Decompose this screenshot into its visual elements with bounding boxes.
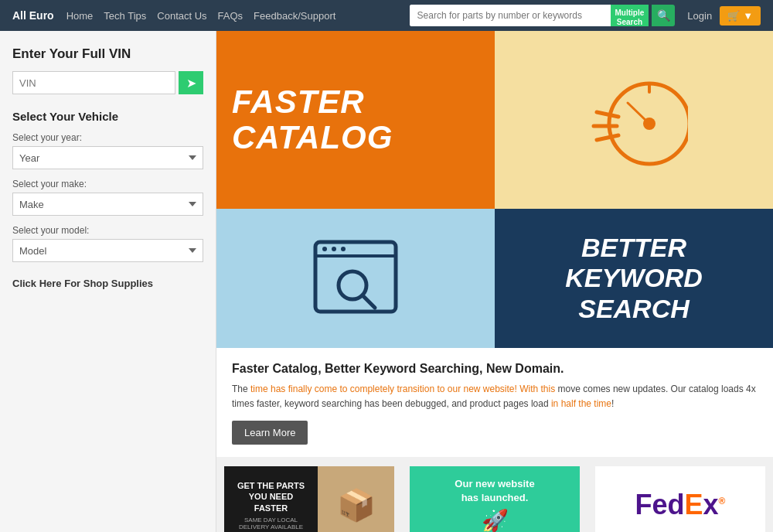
svg-point-9 [322,247,327,251]
fedex-d: E [685,489,703,520]
nav-feedback[interactable]: Feedback/Support [254,10,335,22]
main-content: FASTER CATALOG [216,31,773,532]
hero-bottom-grid: BETTERKEYWORDSEARCH [216,209,773,348]
fedex-fe: Fed [635,489,685,520]
cart-icon: 🛒 [727,10,740,22]
vin-submit-button[interactable]: ➤ [179,71,203,94]
cards-section: GET THE PARTSYOU NEED FASTER SAME DAY LO… [216,457,773,532]
svg-line-2 [597,112,618,117]
cart-button[interactable]: 🛒 ▼ [720,6,761,26]
make-select[interactable]: Make [12,193,203,216]
svg-point-10 [332,247,336,251]
search-input[interactable] [410,5,611,26]
main-layout: Enter Your Full VIN ➤ Select Your Vehicl… [0,31,773,532]
delivery-sub-text: SAME DAY LOCAL DELIVERY AVAILABLE [232,517,310,530]
multiple-search-button[interactable]: MultipleSearch [611,5,649,26]
card-delivery: GET THE PARTSYOU NEED FASTER SAME DAY LO… [224,466,394,532]
hero-darkblue-panel: BETTERKEYWORDSEARCH [495,209,773,348]
info-section: Faster Catalog, Better Keyword Searching… [216,348,773,457]
vin-input[interactable] [12,71,175,94]
info-highlight-2: this [541,384,558,394]
make-label: Select your make: [12,179,203,189]
search-button[interactable]: 🔍 [652,5,675,26]
login-link[interactable]: Login [687,10,712,22]
info-body: The time has finally come to completely … [232,382,758,411]
box-icon: 📦 [337,487,376,523]
card-launch: Our new websitehas launched. 🚀 New Websi… [410,466,580,532]
nav-tech-tips[interactable]: Tech Tips [104,10,146,22]
hero-beige-panel [495,31,773,209]
delivery-left-panel: GET THE PARTSYOU NEED FASTER SAME DAY LO… [224,466,318,532]
speedometer-icon [580,66,688,174]
fedex-ex: x [703,489,719,520]
nav-home[interactable]: Home [66,10,94,22]
fedex-registered: ® [719,496,726,506]
nav-contact-us[interactable]: Contact Us [157,10,206,22]
card-launch-image: Our new websitehas launched. 🚀 [410,466,580,532]
vehicle-heading: Select Your Vehicle [12,110,203,123]
delivery-main-text: GET THE PARTSYOU NEED FASTER [232,480,310,513]
browser-search-icon [309,236,402,321]
main-nav: Home Tech Tips Contact Us FAQs Feedback/… [66,10,397,22]
hero-faster-catalog-text: FASTER CATALOG [232,84,479,155]
nav-faqs[interactable]: FAQs [218,10,243,22]
info-title: Faster Catalog, Better Keyword Searching… [232,362,758,376]
svg-line-5 [628,103,649,124]
hero-keyword-search-text: BETTERKEYWORDSEARCH [565,233,703,323]
site-logo: All Euro [12,9,54,22]
card-fedex: FedEx® We Now Ship FedEx Ground... [595,466,765,532]
info-highlight-1: time has finally come to completely tran… [250,384,541,394]
hero-lightblue-panel [216,209,495,348]
learn-more-button[interactable]: Learn More [232,421,308,445]
svg-line-13 [363,295,375,308]
rocket-icon: 🚀 [482,508,509,532]
svg-rect-7 [315,242,396,312]
svg-line-4 [597,135,618,140]
search-input-wrap: MultipleSearch [410,5,649,26]
svg-point-11 [341,247,346,251]
card-delivery-image: GET THE PARTSYOU NEED FASTER SAME DAY LO… [224,466,394,532]
header-right: Login 🛒 ▼ [687,6,761,26]
model-label: Select your model: [12,225,203,236]
vin-heading: Enter Your Full VIN [12,46,203,62]
card-fedex-image: FedEx® [595,466,765,532]
search-area: MultipleSearch 🔍 [410,5,676,26]
fedex-logo: FedEx® [635,489,726,521]
info-highlight-3: in half the time [551,398,611,409]
shop-supplies-link[interactable]: Click Here For Shop Supplies [12,278,203,289]
hero-top-grid: FASTER CATALOG [216,31,773,209]
hero-orange-panel: FASTER CATALOG [216,31,495,209]
vin-input-wrap: ➤ [12,71,203,94]
header: All Euro Home Tech Tips Contact Us FAQs … [0,0,773,31]
launch-text: Our new websitehas launched. [455,477,534,505]
year-select[interactable]: Year [12,146,203,169]
delivery-right-panel: 📦 [318,466,394,532]
sidebar: Enter Your Full VIN ➤ Select Your Vehicl… [0,31,216,532]
model-select[interactable]: Model [12,239,203,262]
cart-arrow: ▼ [743,10,753,22]
year-label: Select your year: [12,132,203,143]
